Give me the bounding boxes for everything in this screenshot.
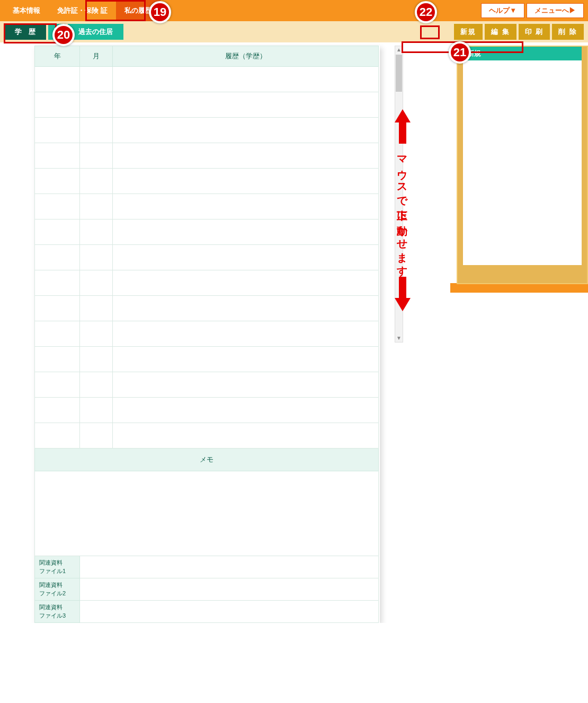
history-table: 年 月 履歴（学歴） メモ 関連資料 ファイル1関連資料 ファイル2関連資料 フ… xyxy=(34,46,379,623)
col-header-month: 月 xyxy=(80,46,113,67)
side-panel-list: 新規 xyxy=(463,47,582,265)
cell-year[interactable] xyxy=(35,194,80,219)
file-label: 関連資料 ファイル1 xyxy=(35,556,80,578)
scroll-hint-annotation: マウスで上下に動かせます xyxy=(395,109,411,311)
cell-month[interactable] xyxy=(80,245,113,270)
memo-cell[interactable] xyxy=(35,471,379,556)
cell-year[interactable] xyxy=(35,372,80,398)
edit-button[interactable]: 編 集 xyxy=(485,24,516,40)
annotation-badge-22: 22 xyxy=(415,1,437,23)
cell-month[interactable] xyxy=(80,67,113,92)
cell-year[interactable] xyxy=(35,398,80,423)
side-bottom-strip xyxy=(450,283,588,293)
cell-history[interactable] xyxy=(113,67,379,92)
cell-year[interactable] xyxy=(35,270,80,296)
cell-year[interactable] xyxy=(35,143,80,169)
cell-year[interactable] xyxy=(35,296,80,321)
annotation-badge-19: 19 xyxy=(149,1,171,23)
cell-month[interactable] xyxy=(80,169,113,194)
cell-history[interactable] xyxy=(113,219,379,245)
file-cell[interactable] xyxy=(80,556,379,578)
cell-history[interactable] xyxy=(113,92,379,118)
cell-month[interactable] xyxy=(80,321,113,347)
cell-month[interactable] xyxy=(80,423,113,449)
table-row xyxy=(35,92,379,118)
main-panel: 年 月 履歴（学歴） メモ 関連資料 ファイル1関連資料 ファイル2関連資料 フ… xyxy=(34,46,416,623)
file-row: 関連資料 ファイル2 xyxy=(35,578,379,601)
action-button-group: 新規 編 集 印 刷 削 除 xyxy=(454,24,584,40)
menu-button[interactable]: メニューへ▶ xyxy=(527,3,584,18)
file-cell[interactable] xyxy=(80,601,379,623)
cell-month[interactable] xyxy=(80,118,113,143)
tab-license-insurance[interactable]: 免許証・保険 証 xyxy=(49,0,116,21)
cell-history[interactable] xyxy=(113,423,379,449)
scroll-thumb[interactable] xyxy=(396,55,402,92)
cell-month[interactable] xyxy=(80,270,113,296)
col-header-history: 履歴（学歴） xyxy=(113,46,379,67)
top-right-buttons: ヘルプ▼ メニューへ▶ xyxy=(481,3,584,18)
cell-history[interactable] xyxy=(113,296,379,321)
delete-button[interactable]: 削 除 xyxy=(552,24,584,40)
side-item-new[interactable]: 新規 xyxy=(463,47,582,60)
cell-month[interactable] xyxy=(80,219,113,245)
file-label: 関連資料 ファイル3 xyxy=(35,601,80,623)
subtab-past-address[interactable]: 過去の住居 xyxy=(68,24,123,40)
cell-month[interactable] xyxy=(80,92,113,118)
cell-month[interactable] xyxy=(80,398,113,423)
cell-history[interactable] xyxy=(113,169,379,194)
table-row xyxy=(35,398,379,423)
cell-history[interactable] xyxy=(113,398,379,423)
arrow-up-icon xyxy=(395,109,411,122)
scroll-up-icon[interactable]: ▲ xyxy=(395,46,403,54)
scroll-down-icon[interactable]: ▼ xyxy=(395,335,403,342)
cell-year[interactable] xyxy=(35,67,80,92)
table-row xyxy=(35,194,379,219)
cell-history[interactable] xyxy=(113,372,379,398)
table-row xyxy=(35,67,379,92)
file-label: 関連資料 ファイル2 xyxy=(35,578,80,601)
cell-history[interactable] xyxy=(113,245,379,270)
table-row xyxy=(35,245,379,270)
cell-history[interactable] xyxy=(113,194,379,219)
help-button[interactable]: ヘルプ▼ xyxy=(481,3,524,18)
table-row xyxy=(35,372,379,398)
file-cell[interactable] xyxy=(80,578,379,601)
cell-year[interactable] xyxy=(35,423,80,449)
side-column: 新規 xyxy=(450,46,588,623)
cell-year[interactable] xyxy=(35,92,80,118)
file-row: 関連資料 ファイル3 xyxy=(35,601,379,623)
side-panel: 新規 xyxy=(457,46,588,284)
cell-year[interactable] xyxy=(35,118,80,143)
top-nav-bar: 基本情報 免許証・保険 証 私の履歴 ヘルプ▼ メニューへ▶ xyxy=(0,0,588,21)
cell-month[interactable] xyxy=(80,143,113,169)
arrow-shaft-up xyxy=(399,122,406,144)
memo-header: メモ xyxy=(35,449,379,471)
cell-history[interactable] xyxy=(113,270,379,296)
scroll-hint-text: マウスで上下に動かせます xyxy=(396,149,410,271)
cell-year[interactable] xyxy=(35,219,80,245)
new-button[interactable]: 新規 xyxy=(454,24,483,40)
tab-basic-info[interactable]: 基本情報 xyxy=(4,0,49,21)
content-wrapper: 年 月 履歴（学歴） メモ 関連資料 ファイル1関連資料 ファイル2関連資料 フ… xyxy=(0,42,588,623)
table-row xyxy=(35,143,379,169)
print-button[interactable]: 印 刷 xyxy=(519,24,550,40)
subtab-education[interactable]: 学 歴 xyxy=(4,24,46,40)
cell-history[interactable] xyxy=(113,321,379,347)
sub-nav-bar: 学 歴 歴 過去の住居 新規 編 集 印 刷 削 除 xyxy=(0,21,588,42)
cell-history[interactable] xyxy=(113,347,379,372)
form-shadow-wrap: 年 月 履歴（学歴） メモ 関連資料 ファイル1関連資料 ファイル2関連資料 フ… xyxy=(34,46,380,623)
cell-month[interactable] xyxy=(80,296,113,321)
cell-year[interactable] xyxy=(35,169,80,194)
table-row xyxy=(35,423,379,449)
cell-year[interactable] xyxy=(35,347,80,372)
col-header-year: 年 xyxy=(35,46,80,67)
cell-month[interactable] xyxy=(80,194,113,219)
table-row xyxy=(35,296,379,321)
cell-year[interactable] xyxy=(35,321,80,347)
cell-history[interactable] xyxy=(113,118,379,143)
cell-month[interactable] xyxy=(80,372,113,398)
cell-history[interactable] xyxy=(113,143,379,169)
cell-year[interactable] xyxy=(35,245,80,270)
arrow-shaft-down xyxy=(399,277,406,298)
cell-month[interactable] xyxy=(80,347,113,372)
